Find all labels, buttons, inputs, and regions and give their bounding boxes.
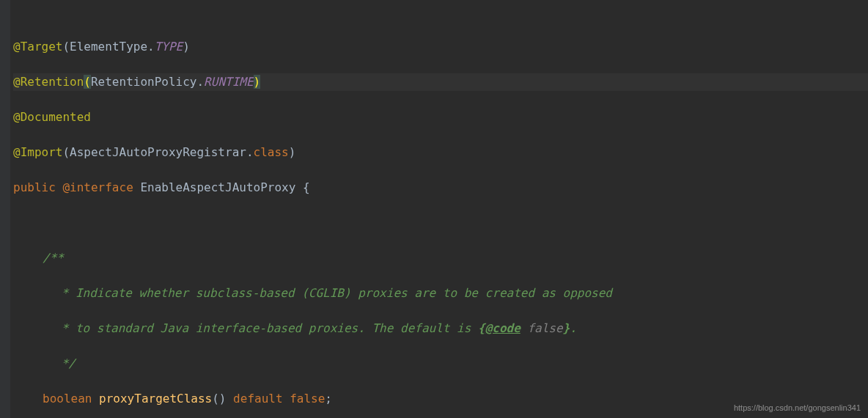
blank-line: [13, 214, 868, 232]
annotation: @Documented: [13, 110, 91, 124]
paren-match: ): [254, 75, 261, 89]
code-line: public @interface EnableAspectJAutoProxy…: [13, 179, 868, 197]
javadoc-line: * Indicate whether subclass-based (CGLIB…: [13, 285, 868, 302]
code-editor[interactable]: @Target(ElementType.TYPE) @Retention(Ret…: [0, 0, 868, 418]
watermark: https://blog.csdn.net/gongsenlin341: [734, 402, 861, 414]
javadoc-tag: @code: [485, 321, 521, 335]
code-line: @Import(AspectJAutoProxyRegistrar.class): [13, 144, 868, 161]
javadoc-line: * to standard Java interface-based proxi…: [13, 320, 868, 337]
method-name: proxyTargetClass: [99, 392, 212, 406]
paren-match: (: [84, 75, 91, 89]
code-line-active: @Retention(RetentionPolicy.RUNTIME): [13, 73, 868, 91]
javadoc-line: /**: [13, 249, 868, 267]
code-line: @Target(ElementType.TYPE): [13, 38, 868, 56]
annotation: @Retention: [13, 75, 84, 89]
interface-name: EnableAspectJAutoProxy: [140, 180, 295, 194]
code-line: @Documented: [13, 109, 868, 126]
annotation: @Target: [13, 40, 62, 54]
javadoc-line: */: [13, 355, 868, 373]
code-area[interactable]: @Target(ElementType.TYPE) @Retention(Ret…: [0, 3, 868, 418]
annotation: @Import: [13, 145, 62, 159]
